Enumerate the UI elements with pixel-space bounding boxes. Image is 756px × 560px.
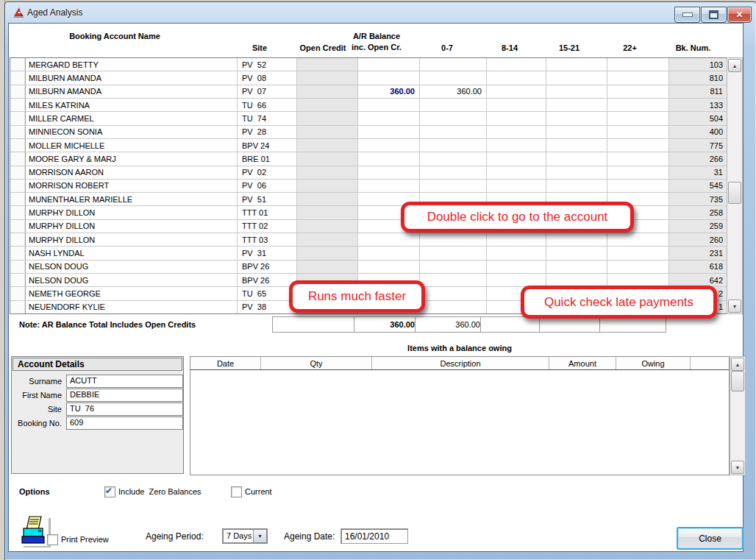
surname-label: Surname: [13, 377, 62, 386]
dropdown-button[interactable]: ▼: [253, 530, 266, 542]
items-vertical-scrollbar[interactable]: ▲ ▼: [730, 356, 746, 475]
table-row[interactable]: MOORE GARY & MARJ BRE 01 266: [10, 152, 727, 166]
account-name-cell: MUNENTHALER MARIELLE: [26, 193, 238, 205]
row-selector[interactable]: [10, 112, 26, 124]
ar-balance-cell: [358, 260, 420, 273]
bucket-0-7-cell: [420, 180, 487, 192]
surname-field[interactable]: ACUTT: [66, 375, 183, 388]
account-name-cell: MURPHY DILLON: [26, 220, 238, 233]
table-row[interactable]: MORRISON ROBERT PV 06 545: [10, 180, 727, 193]
close-icon: ✕: [735, 10, 743, 19]
table-row[interactable]: MORRISON AARON PV 02 31: [10, 166, 727, 180]
chevron-down-icon: ▼: [257, 534, 263, 539]
items-scroll-down-icon: ▼: [735, 465, 741, 470]
row-selector[interactable]: [10, 233, 26, 246]
row-selector[interactable]: [10, 193, 26, 205]
row-selector[interactable]: [10, 126, 26, 138]
bucket-22plus-cell: [607, 247, 669, 259]
row-selector[interactable]: [10, 152, 26, 165]
table-row[interactable]: MURPHY DILLON TTT 03 260: [10, 233, 727, 247]
site-cell: PV 07: [238, 85, 297, 98]
bucket-0-7-cell: [420, 166, 487, 179]
table-row[interactable]: MILES KATRINA TU 66 133: [10, 99, 727, 112]
booking-no-field[interactable]: 609: [66, 417, 183, 430]
first-name-field[interactable]: DEBBIE: [66, 389, 183, 402]
row-selector[interactable]: [10, 71, 26, 84]
site-cell: BPV 24: [238, 139, 297, 152]
open-credit-cell: [297, 260, 358, 273]
row-selector[interactable]: [10, 85, 26, 98]
row-selector[interactable]: [10, 260, 26, 273]
items-header-filler: [691, 357, 729, 369]
total-ar-balance: 360.00: [354, 316, 420, 333]
site-cell: PV 51: [238, 193, 297, 205]
scroll-thumb[interactable]: [728, 182, 741, 204]
row-selector[interactable]: [10, 274, 26, 286]
print-preview-checkbox[interactable]: ✔: [47, 534, 58, 545]
table-row[interactable]: NELSON DOUG BPV 26 618: [10, 260, 727, 274]
row-selector[interactable]: [10, 301, 26, 313]
ageing-date-label: Ageing Date:: [284, 531, 335, 542]
bucket-22plus-cell: [607, 139, 669, 152]
bucket-8-14-cell: [487, 247, 546, 259]
open-credit-cell: [297, 166, 358, 179]
bucket-8-14-cell: [487, 260, 546, 273]
row-selector[interactable]: [10, 139, 26, 152]
current-checkbox[interactable]: ✔: [231, 486, 242, 497]
row-selector[interactable]: [10, 166, 26, 179]
row-selector[interactable]: [10, 206, 26, 219]
account-details-panel: Account Details Surname ACUTT First Name…: [11, 356, 184, 474]
row-selector[interactable]: [10, 58, 26, 71]
row-selector[interactable]: [10, 99, 26, 111]
ar-balance-cell: [358, 126, 420, 138]
items-scroll-thumb[interactable]: [731, 371, 744, 391]
scroll-up-button[interactable]: ▲: [728, 59, 741, 72]
items-scroll-up-button[interactable]: ▲: [731, 358, 744, 371]
table-row[interactable]: MILBURN AMANDA PV 08 810: [10, 71, 727, 85]
site-field[interactable]: TU 76: [66, 403, 183, 416]
site-cell: BPV 26: [238, 260, 297, 273]
items-scroll-down-button[interactable]: ▼: [731, 461, 744, 474]
include-zero-balances-checkbox[interactable]: ✔: [104, 486, 115, 497]
table-row[interactable]: MILLER CARMEL TU 74 504: [10, 112, 727, 125]
table-row[interactable]: MOLLER MICHELLE BPV 24 775: [10, 139, 727, 152]
bk-num-cell: 775: [669, 139, 727, 152]
bk-num-cell: 545: [669, 180, 727, 192]
table-row[interactable]: NASH LYNDAL PV 31 231: [10, 247, 727, 260]
total-8-14: [480, 316, 544, 333]
ar-balance-cell: [358, 139, 420, 152]
titlebar[interactable]: Aged Analysis ✕: [5, 2, 756, 23]
site-cell: TTT 03: [238, 233, 297, 246]
open-credit-cell: [297, 139, 358, 152]
header-0-7: 0-7: [414, 43, 480, 52]
bucket-22plus-cell: [607, 126, 669, 138]
bucket-15-21-cell: [546, 166, 607, 179]
grid-vertical-scrollbar[interactable]: ▲ ▼: [727, 57, 743, 314]
table-row[interactable]: MINNIECON SONIA PV 28 400: [10, 126, 727, 139]
scroll-down-icon: ▼: [732, 304, 738, 309]
site-cell: TTT 01: [238, 206, 297, 219]
site-label: Site: [13, 405, 62, 414]
row-selector[interactable]: [10, 220, 26, 233]
scroll-down-button[interactable]: ▼: [728, 300, 741, 313]
minimize-button[interactable]: [674, 7, 700, 23]
ageing-period-dropdown[interactable]: 7 Days ▼: [222, 528, 268, 544]
row-selector[interactable]: [10, 180, 26, 192]
site-cell: PV 02: [238, 166, 297, 179]
bucket-0-7-cell: [420, 152, 487, 165]
row-selector[interactable]: [10, 287, 26, 300]
table-row[interactable]: MERGARD BETTY PV 52 103: [10, 58, 727, 71]
table-row[interactable]: MILBURN AMANDA PV 07 360.00 360.00 811: [10, 85, 727, 99]
items-table: Date Qty Description Amount Owing: [190, 356, 730, 475]
bucket-22plus-cell: [607, 180, 669, 192]
close-window-button[interactable]: ✕: [727, 7, 752, 23]
ageing-date-input[interactable]: 16/01/2010: [340, 528, 408, 544]
restore-button[interactable]: [701, 7, 727, 23]
row-selector[interactable]: [10, 247, 26, 259]
header-bk-num: Bk. Num.: [660, 43, 726, 52]
header-22plus: 22+: [599, 43, 660, 52]
close-button[interactable]: Close: [677, 527, 743, 550]
bucket-15-21-cell: [546, 139, 607, 152]
bk-num-cell: 400: [669, 126, 727, 138]
scroll-up-icon: ▲: [732, 63, 738, 68]
